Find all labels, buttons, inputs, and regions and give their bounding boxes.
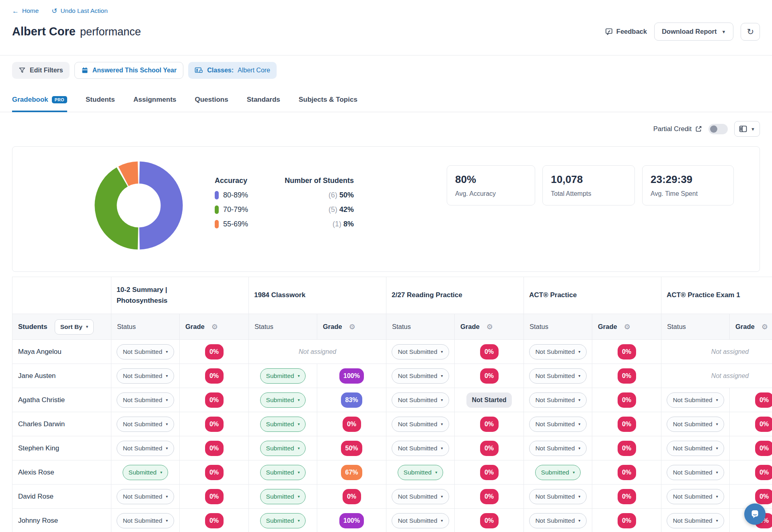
status-dropdown[interactable]: Not Submitted▾ [117, 368, 174, 384]
status-dropdown[interactable]: Not Submitted▾ [529, 489, 586, 504]
chevron-down-icon: ▾ [441, 446, 443, 450]
status-dropdown[interactable]: Submitted▾ [260, 392, 306, 408]
chevron-down-icon: ▾ [441, 398, 443, 402]
classes-filter-label: Classes: [207, 67, 234, 74]
filter-chip-answered-this-school-year[interactable]: Answered This School Year [74, 62, 184, 79]
status-dropdown[interactable]: Not Submitted▾ [392, 392, 449, 408]
status-label: Not Submitted [535, 517, 575, 524]
status-dropdown[interactable]: Not Submitted▾ [529, 417, 586, 432]
status-dropdown[interactable]: Not Submitted▾ [529, 344, 586, 359]
chevron-down-icon: ▾ [579, 398, 581, 402]
grade-cell: Not Started [455, 388, 524, 412]
status-cell: Not Submitted▾ [524, 340, 592, 364]
status-dropdown[interactable]: Not Submitted▾ [667, 441, 724, 456]
status-cell: Submitted▾ [111, 460, 180, 485]
status-cell: Submitted▾ [249, 509, 317, 532]
stat-card-avg-accuracy: 80%Avg. Accuracy [447, 165, 535, 205]
status-label: Not Submitted [535, 445, 575, 452]
performance-summary-card: Accuracy Number of Students 80-89%(6)50%… [12, 146, 760, 272]
status-dropdown[interactable]: Not Submitted▾ [392, 441, 449, 456]
status-cell: Not Submitted▾ [111, 436, 180, 460]
tab-subjects-topics[interactable]: Subjects & Topics [299, 96, 357, 112]
status-dropdown[interactable]: Not Submitted▾ [667, 417, 724, 432]
status-dropdown[interactable]: Submitted▾ [260, 368, 306, 384]
table-corner-cell [12, 277, 111, 314]
chat-launcher-button[interactable] [744, 503, 766, 525]
status-dropdown[interactable]: Not Submitted▾ [667, 513, 724, 528]
status-dropdown[interactable]: Not Submitted▾ [392, 513, 449, 528]
status-label: Not Submitted [123, 517, 162, 524]
grade-settings-gear-icon[interactable]: ⚙ [211, 323, 218, 331]
grade-settings-gear-icon[interactable]: ⚙ [349, 323, 355, 331]
legend-value: (1)8% [282, 220, 354, 228]
grade-cell: 0% [730, 412, 772, 436]
grade-settings-gear-icon[interactable]: ⚙ [487, 323, 493, 331]
status-cell: Not Submitted▾ [524, 436, 592, 460]
status-dropdown[interactable]: Submitted▾ [260, 441, 306, 456]
grade-settings-gear-icon[interactable]: ⚙ [624, 323, 630, 331]
status-dropdown[interactable]: Not Submitted▾ [117, 392, 174, 408]
status-dropdown[interactable]: Not Submitted▾ [117, 489, 174, 504]
status-dropdown[interactable]: Not Submitted▾ [117, 344, 174, 359]
tab-standards[interactable]: Standards [247, 96, 280, 112]
table-row: David RoseNot Submitted▾0%Submitted▾0%No… [12, 485, 772, 509]
status-dropdown[interactable]: Submitted▾ [398, 465, 443, 480]
grade-cell: 0% [730, 460, 772, 485]
status-cell: Not Submitted▾ [111, 364, 180, 388]
status-dropdown[interactable]: Not Submitted▾ [667, 465, 724, 480]
status-dropdown[interactable]: Not Submitted▾ [117, 441, 174, 456]
status-dropdown[interactable]: Not Submitted▾ [117, 417, 174, 432]
feedback-button[interactable]: Feedback [605, 28, 647, 35]
download-report-button[interactable]: Download Report ▼ [654, 23, 733, 41]
status-dropdown[interactable]: Submitted▾ [260, 465, 306, 480]
undo-last-action-link[interactable]: ↺ Undo Last Action [51, 7, 107, 14]
filters-bar: Edit Filters Answered This School Year C… [0, 55, 772, 85]
partial-credit-link[interactable]: Partial Credit [653, 125, 702, 133]
tab-questions[interactable]: Questions [195, 96, 228, 112]
status-dropdown[interactable]: Not Submitted▾ [529, 513, 586, 528]
chevron-down-icon: ▾ [441, 349, 443, 354]
refresh-button[interactable]: ↻ [741, 23, 760, 41]
chevron-down-icon: ▾ [716, 494, 718, 499]
status-label: Not Submitted [123, 372, 162, 380]
edit-filters-label: Edit Filters [30, 67, 63, 74]
status-dropdown[interactable]: Submitted▾ [123, 465, 168, 480]
status-dropdown[interactable]: Submitted▾ [535, 465, 581, 480]
status-dropdown[interactable]: Not Submitted▾ [117, 513, 174, 528]
status-dropdown[interactable]: Submitted▾ [260, 513, 306, 528]
legend-range-label: 55-69% [223, 220, 248, 228]
not-assigned-cell: Not assigned [661, 340, 772, 364]
filter-chip-classes[interactable]: Classes: Albert Core [188, 62, 277, 79]
summary-stats: 80%Avg. Accuracy10,078Total Attempts23:2… [447, 165, 734, 205]
status-dropdown[interactable]: Submitted▾ [260, 417, 306, 432]
grade-badge: Not Started [466, 392, 511, 408]
status-dropdown[interactable]: Not Submitted▾ [392, 344, 449, 359]
column-settings-button[interactable]: ▼ [734, 121, 760, 137]
status-dropdown[interactable]: Not Submitted▾ [392, 417, 449, 432]
grade-cell: 0% [592, 485, 661, 509]
chevron-down-icon: ▾ [579, 374, 581, 378]
status-dropdown[interactable]: Not Submitted▾ [529, 392, 586, 408]
grade-badge: 0% [205, 489, 224, 504]
sort-by-button[interactable]: Sort By▾ [55, 319, 94, 335]
partial-credit-toggle[interactable] [708, 124, 728, 134]
student-name: Maya Angelou [12, 340, 111, 364]
status-dropdown[interactable]: Not Submitted▾ [667, 392, 724, 408]
status-dropdown[interactable]: Not Submitted▾ [667, 489, 724, 504]
status-cell: Not Submitted▾ [661, 436, 730, 460]
status-dropdown[interactable]: Not Submitted▾ [392, 489, 449, 504]
home-link[interactable]: ← Home [12, 7, 39, 14]
status-dropdown[interactable]: Submitted▾ [260, 489, 306, 504]
tab-gradebook[interactable]: GradebookPRO [12, 96, 67, 112]
feedback-icon [605, 28, 613, 35]
status-dropdown[interactable]: Not Submitted▾ [529, 441, 586, 456]
tab-students[interactable]: Students [86, 96, 115, 112]
grade-settings-gear-icon[interactable]: ⚙ [762, 323, 768, 331]
status-dropdown[interactable]: Not Submitted▾ [529, 368, 586, 384]
legend-header-accuracy: Accuracy [215, 177, 282, 185]
tab-assignments[interactable]: Assignments [133, 96, 177, 112]
status-dropdown[interactable]: Not Submitted▾ [392, 368, 449, 384]
legend-student-count: (6) [329, 191, 337, 199]
status-cell: Not Submitted▾ [386, 340, 455, 364]
edit-filters-button[interactable]: Edit Filters [12, 62, 70, 79]
